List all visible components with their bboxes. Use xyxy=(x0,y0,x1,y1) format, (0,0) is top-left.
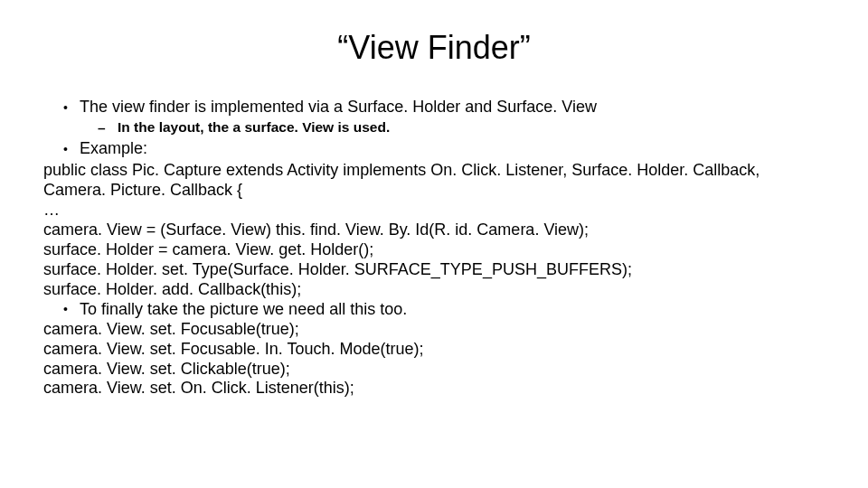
code-line: camera. View = (Surface. View) this. fin… xyxy=(43,221,825,240)
code-line: … xyxy=(43,201,825,221)
bullet-item: • The view finder is implemented via a S… xyxy=(63,98,825,117)
bullet-dot-icon: • xyxy=(63,98,80,117)
bullet-text: Example: xyxy=(80,139,147,159)
bullet-dash-icon: – xyxy=(98,119,118,137)
bullet-dot-icon: • xyxy=(63,139,80,159)
code-line: camera. View. set. Focusable. In. Touch.… xyxy=(43,340,825,360)
code-line: surface. Holder. add. Callback(this); xyxy=(43,280,825,300)
code-line: camera. View. set. Clickable(true); xyxy=(43,360,825,380)
bullet-item: •To finally take the picture we need all… xyxy=(43,300,825,320)
bullet-item: • Example: xyxy=(63,139,825,159)
slide-title: “View Finder” xyxy=(43,29,825,67)
sub-bullet-item: – In the layout, the a surface. View is … xyxy=(98,119,825,137)
slide-body: • The view finder is implemented via a S… xyxy=(43,98,825,399)
code-line: camera. View. set. On. Click. Listener(t… xyxy=(43,379,825,399)
code-line: surface. Holder. set. Type(Surface. Hold… xyxy=(43,260,825,280)
code-line: surface. Holder = camera. View. get. Hol… xyxy=(43,240,825,260)
bullet-dot-icon: • xyxy=(63,302,80,317)
slide: “View Finder” • The view finder is imple… xyxy=(0,0,868,488)
bullet-text: The view finder is implemented via a Sur… xyxy=(80,98,597,117)
bullet-text: To finally take the picture we need all … xyxy=(80,300,407,318)
code-line: camera. View. set. Focusable(true); xyxy=(43,320,825,340)
code-line: public class Pic. Capture extends Activi… xyxy=(43,161,825,201)
sub-bullet-text: In the layout, the a surface. View is us… xyxy=(118,119,390,137)
